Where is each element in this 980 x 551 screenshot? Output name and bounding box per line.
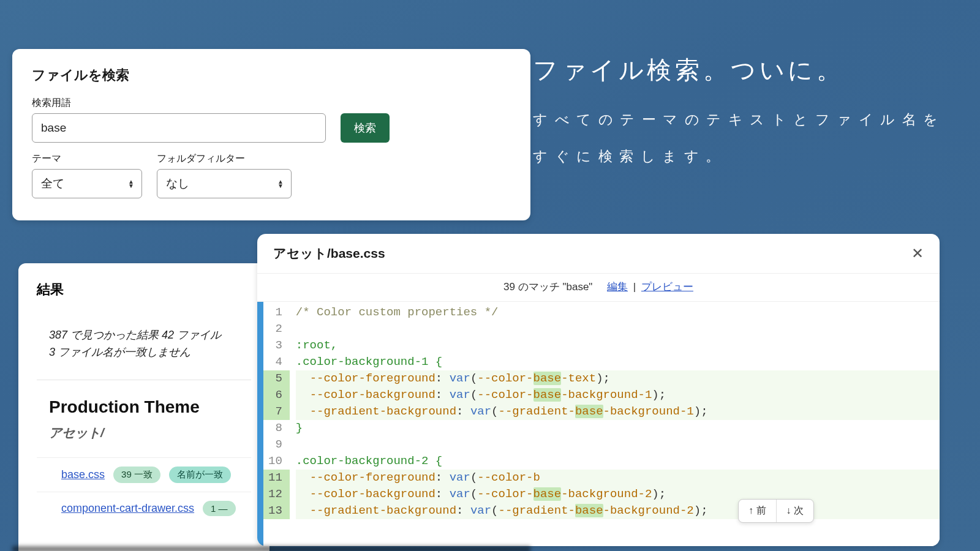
divider — [37, 380, 251, 380]
separator: | — [633, 281, 636, 293]
result-file-link[interactable]: component-cart-drawer.css — [61, 502, 194, 515]
code-file-title: アセット/base.css — [273, 245, 385, 262]
prev-match-button[interactable]: ↑ 前 — [739, 500, 775, 522]
folder-filter-label: フォルダフィルター — [157, 152, 292, 165]
folder-select[interactable]: なし ▲▼ — [157, 169, 292, 198]
shadow — [12, 546, 530, 551]
preview-link[interactable]: プレビュー — [641, 281, 693, 293]
results-summary: 387 で見つかった結果 42 ファイル 3 ファイル名が一致しません — [37, 327, 251, 361]
search-panel-title: ファイルを検索 — [32, 66, 511, 84]
edit-link[interactable]: 編集 — [607, 281, 628, 293]
folder-select-value: なし — [166, 176, 189, 192]
file-indicator-strip — [257, 302, 263, 546]
theme-filter-label: テーマ — [32, 152, 142, 165]
line-number-gutter: 12345678910111213 — [263, 302, 290, 546]
search-term-input[interactable] — [32, 113, 326, 143]
match-count-badge: 39 一致 — [113, 467, 160, 483]
match-count-text: 39 のマッチ "base" — [503, 281, 592, 293]
marketing-title: ファイル検索。ついに。 — [533, 53, 956, 87]
results-summary-line: 3 ファイル名が一致しません — [49, 344, 251, 361]
results-folder-heading: アセット/ — [37, 424, 251, 441]
next-match-button[interactable]: ↓ 次 — [777, 500, 813, 522]
search-term-label: 検索用語 — [32, 97, 511, 110]
chevron-sort-icon: ▲▼ — [277, 180, 284, 187]
match-nav-pill: ↑ 前 ↓ 次 — [738, 499, 814, 523]
result-file-row[interactable]: component-cart-drawer.css 1 — — [37, 492, 251, 525]
code-content[interactable]: /* Color custom properties */ :root,.col… — [290, 302, 940, 546]
results-theme-heading: Production Theme — [37, 397, 251, 417]
theme-select[interactable]: 全て ▲▼ — [32, 169, 142, 198]
code-preview-panel: アセット/base.css ✕ 39 のマッチ "base" 編集 | プレビュ… — [257, 234, 940, 546]
search-button[interactable]: 検索 — [341, 113, 390, 143]
marketing-subtitle: すべてのテーマのテキストとファイル名をすぐに検索します。 — [533, 102, 956, 175]
code-body[interactable]: 12345678910111213 /* Color custom proper… — [257, 301, 940, 546]
name-match-badge: 名前が一致 — [169, 467, 231, 483]
search-panel: ファイルを検索 検索用語 検索 テーマ 全て ▲▼ フォルダフィルター なし ▲… — [12, 49, 530, 220]
results-title: 結果 — [37, 280, 251, 299]
code-subbar: 39 のマッチ "base" 編集 | プレビュー — [257, 274, 940, 301]
results-summary-line: 387 で見つかった結果 42 ファイル — [49, 327, 251, 344]
match-count-badge: 1 — — [203, 501, 236, 516]
chevron-sort-icon: ▲▼ — [128, 180, 134, 187]
result-file-row[interactable]: base.css 39 一致 名前が一致 — [37, 457, 251, 492]
close-icon[interactable]: ✕ — [911, 246, 924, 261]
theme-select-value: 全て — [41, 176, 64, 192]
result-file-link[interactable]: base.css — [61, 468, 105, 481]
marketing-copy: ファイル検索。ついに。 すべてのテーマのテキストとファイル名をすぐに検索します。 — [533, 53, 956, 175]
results-panel: 結果 387 で見つかった結果 42 ファイル 3 ファイル名が一致しません P… — [18, 263, 270, 551]
